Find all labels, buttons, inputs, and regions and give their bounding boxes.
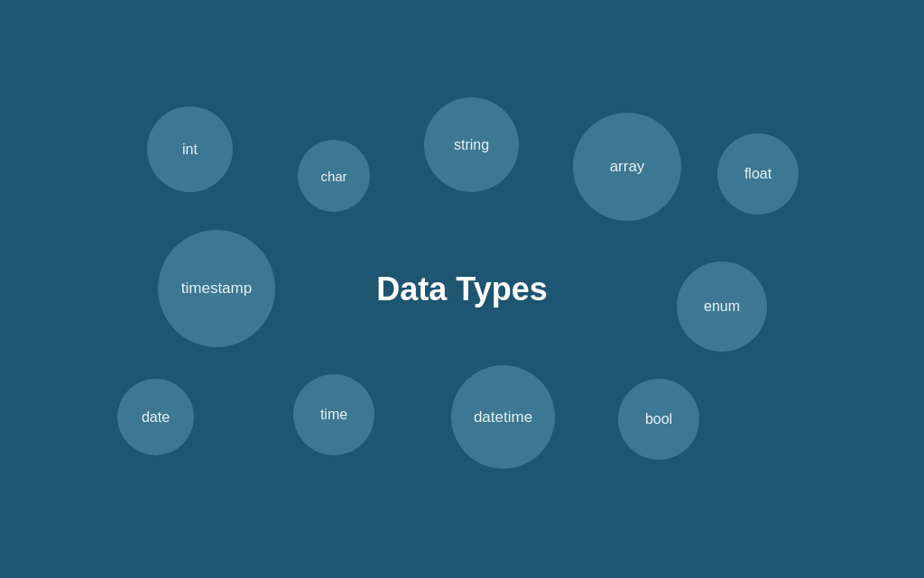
bubble-label-bool: bool xyxy=(645,411,672,427)
bubble-label-float: float xyxy=(744,166,772,182)
bubble-timestamp: timestamp xyxy=(158,230,275,347)
bubble-label-char: char xyxy=(320,169,346,184)
bubble-label-datetime: datetime xyxy=(474,408,532,427)
bubble-label-int: int xyxy=(182,142,198,158)
bubble-enum: enum xyxy=(677,261,767,352)
main-container: Data Types intcharstringarrayfloattimest… xyxy=(0,0,924,578)
bubble-char: char xyxy=(298,140,370,212)
bubble-string: string xyxy=(424,97,519,192)
bubble-date: date xyxy=(117,379,194,455)
bubble-bool: bool xyxy=(618,379,699,460)
bubble-label-enum: enum xyxy=(704,298,740,315)
bubble-label-string: string xyxy=(454,137,489,153)
bubble-int: int xyxy=(147,106,233,192)
bubble-array: array xyxy=(573,113,681,221)
bubble-datetime: datetime xyxy=(451,365,555,469)
bubble-time: time xyxy=(293,374,374,455)
page-title: Data Types xyxy=(376,271,547,308)
bubble-float: float xyxy=(717,133,799,215)
bubble-label-time: time xyxy=(320,407,347,423)
bubble-label-array: array xyxy=(610,158,645,176)
bubble-label-timestamp: timestamp xyxy=(181,280,252,298)
bubble-label-date: date xyxy=(142,409,170,426)
